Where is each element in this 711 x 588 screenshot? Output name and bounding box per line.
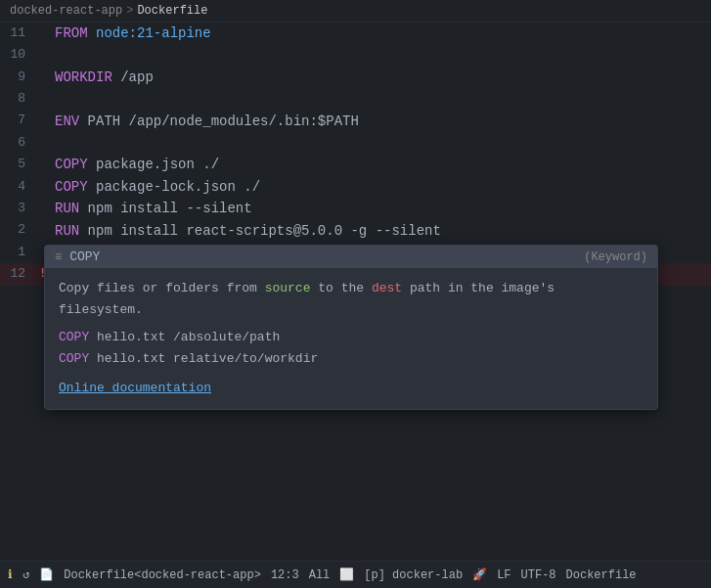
autocomplete-item-icon: ≡: [55, 250, 62, 264]
status-lf: LF: [497, 568, 511, 582]
status-bar: ℹ ↺ 📄 Dockerfile<docked-react-app> 12:3 …: [0, 561, 711, 588]
line-number: 1: [0, 243, 37, 263]
doc-text-middle: to the: [310, 281, 371, 295]
doc-link[interactable]: Online documentation: [59, 378, 211, 399]
line-number: 2: [0, 220, 37, 241]
breadcrumb-folder: docked-react-app: [10, 4, 122, 18]
autocomplete-item-label: COPY: [69, 249, 584, 264]
doc-example-1: COPY hello.txt /absolute/path: [59, 327, 644, 348]
status-arrow: ↺: [22, 567, 29, 582]
code-line-10: 10: [0, 44, 711, 66]
status-info-icon: ℹ: [8, 567, 13, 582]
editor: 11 FROM node:21-alpine 10 9 WORKDIR /app…: [0, 23, 711, 286]
status-position: 12:3: [271, 568, 299, 582]
code-line-2: 2 RUN npm install react-scripts@5.0.0 -g…: [0, 220, 711, 242]
code-line-5: 5 COPY package.json ./: [0, 154, 711, 175]
line-number: 9: [0, 68, 37, 88]
line-number: 10: [0, 45, 37, 66]
status-encoding: UTF-8: [521, 568, 556, 582]
status-branch: [p] docker-lab: [364, 568, 463, 582]
code-line-6: 6: [0, 132, 711, 154]
code-line-8: 8: [0, 88, 711, 110]
line-number: 8: [0, 89, 37, 110]
code-line-4: 4 COPY package-lock.json ./: [0, 176, 711, 198]
autocomplete-docs: Copy files or folders from source to the…: [45, 268, 657, 409]
doc-examples: COPY hello.txt /absolute/path COPY hello…: [59, 327, 644, 370]
doc-dest: dest: [372, 281, 402, 295]
line-number: 12: [0, 264, 37, 285]
line-number: 7: [0, 111, 37, 131]
code-line-7: 7 ENV PATH /app/node_modules/.bin:$PATH: [0, 111, 711, 132]
status-mode: All: [309, 568, 331, 582]
status-preview: ⬜: [339, 567, 354, 582]
doc-source: source: [265, 281, 311, 295]
line-number: 6: [0, 133, 37, 154]
doc-example-2: COPY hello.txt relative/to/workdir: [59, 348, 644, 370]
code-line-3: 3 RUN npm install --silent: [0, 198, 711, 219]
line-number: 5: [0, 155, 37, 175]
autocomplete-popup: ≡ COPY (Keyword) Copy files or folders f…: [44, 245, 658, 410]
code-line-11: 11 FROM node:21-alpine: [0, 23, 711, 44]
autocomplete-item-type: (Keyword): [584, 250, 647, 264]
autocomplete-item[interactable]: ≡ COPY (Keyword): [45, 246, 657, 268]
line-number: 4: [0, 177, 37, 198]
status-filename: Dockerfile<docked-react-app>: [64, 568, 261, 582]
breadcrumb-bar: docked-react-app > Dockerfile: [0, 0, 711, 23]
code-line-9: 9 WORKDIR /app: [0, 67, 711, 88]
line-number: 3: [0, 199, 37, 219]
status-file-icon: 📄: [39, 567, 54, 582]
status-lang: Dockerfile: [566, 568, 637, 582]
line-number: 11: [0, 23, 37, 44]
breadcrumb-separator: >: [126, 4, 133, 18]
doc-text-before: Copy files or folders from: [59, 281, 265, 295]
rocket-icon: 🚀: [472, 567, 487, 582]
breadcrumb-filename: Dockerfile: [137, 4, 207, 18]
